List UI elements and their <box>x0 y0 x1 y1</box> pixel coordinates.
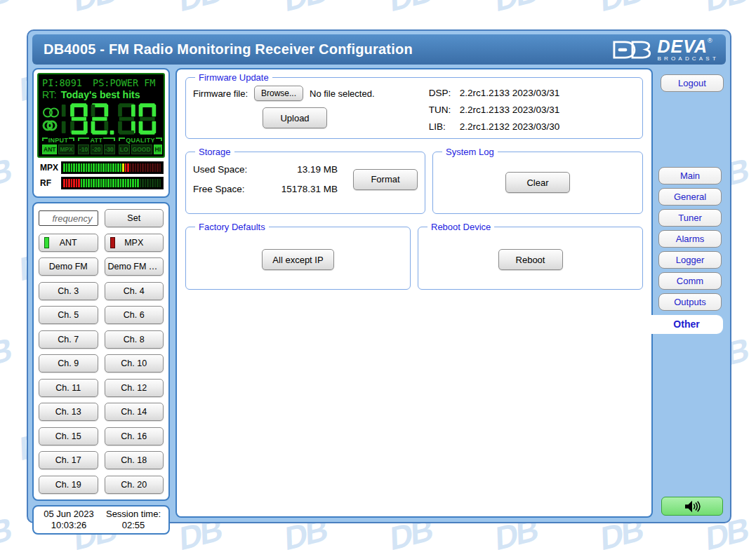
meter-bar <box>83 179 85 187</box>
preset-button-11[interactable]: Ch. 11 <box>39 379 98 397</box>
meter-bar <box>147 163 149 172</box>
lcd-group-bracket: ATT <box>78 138 115 143</box>
preset-button-9[interactable]: Ch. 9 <box>39 354 98 373</box>
browse-button[interactable]: Browse... <box>254 86 303 101</box>
device-datetime: 05 Jun 2023 10:03:26 <box>37 509 101 532</box>
deva-watermark-glyph: DB <box>284 0 327 20</box>
meter-bar <box>100 179 102 187</box>
tab-tuner[interactable]: Tuner <box>658 209 722 227</box>
meter-bar-strip <box>61 161 164 174</box>
preset-button-14[interactable]: Ch. 14 <box>105 403 164 421</box>
preset-button-2[interactable]: Demo FM M... <box>105 257 164 276</box>
meter-bar <box>152 179 154 187</box>
firmware-version-row: LIB:2.2rc1.2132 2023/03/30 <box>429 121 635 132</box>
meter-bar <box>135 163 137 172</box>
firmware-upload-area: Firmware file: Browse... No file selecte… <box>193 86 425 132</box>
preset-button-6[interactable]: Ch. 6 <box>105 306 164 324</box>
frequency-input[interactable] <box>39 210 98 226</box>
meter-bar <box>132 163 134 172</box>
reboot-button[interactable]: Reboot <box>498 249 563 270</box>
meter-bar <box>137 179 139 187</box>
preset-button-17[interactable]: Ch. 17 <box>39 451 98 469</box>
preset-button-15[interactable]: Ch. 15 <box>39 427 98 445</box>
session-time: Session time: 02:55 <box>101 509 166 532</box>
session-panel: 05 Jun 2023 10:03:26 Session time: 02:55 <box>32 505 170 535</box>
tab-main[interactable]: Main <box>658 167 722 185</box>
rt-value: Today's best hits <box>61 89 140 100</box>
lcd-group-label: QUALITY <box>125 138 156 143</box>
lcd-indicator-20: -20 <box>91 145 102 154</box>
window-content: PI:8091 PS:POWER FM RT:Today's best hits <box>32 68 726 518</box>
meter-bar <box>150 163 152 172</box>
firmware-version-row: DSP:2.2rc1.2133 2023/03/31 <box>429 88 635 98</box>
preset-button-10[interactable]: Ch. 10 <box>105 354 164 373</box>
preset-button-5[interactable]: Ch. 5 <box>39 306 98 324</box>
firmware-version-name: DSP: <box>429 88 460 98</box>
meter-bar <box>66 163 68 172</box>
meter-bar <box>115 163 117 172</box>
deva-watermark-glyph: DB <box>0 150 11 199</box>
firmware-version-name: LIB: <box>429 121 460 132</box>
lcd-indicator-ant: ANT <box>42 145 57 154</box>
meter-bar <box>81 179 83 187</box>
tab-other-active[interactable]: Other <box>650 315 723 334</box>
preset-button-7[interactable]: Ch. 7 <box>39 330 98 349</box>
meter-bar <box>71 163 73 172</box>
meter-bar <box>157 163 159 172</box>
tab-outputs[interactable]: Outputs <box>658 293 722 311</box>
preset-button-18[interactable]: Ch. 18 <box>105 451 164 469</box>
deva-wordmark: DEVA <box>657 36 708 56</box>
meter-bar <box>63 163 65 172</box>
lcd-rds-line: PI:8091 PS:POWER FM <box>42 77 160 88</box>
lcd-group-label: ATT <box>89 138 103 143</box>
lcd-indicator-mpx: MPX <box>58 145 74 154</box>
preset-button-3[interactable]: Ch. 3 <box>39 282 98 300</box>
upload-button[interactable]: Upload <box>263 107 327 128</box>
meter-bar <box>110 179 112 187</box>
tab-logger[interactable]: Logger <box>658 251 722 269</box>
lcd-group-bracket: INPUT <box>42 138 74 143</box>
preset-button-12[interactable]: Ch. 12 <box>105 379 164 397</box>
format-button[interactable]: Format <box>353 169 418 190</box>
meter-bar <box>125 163 127 172</box>
meter-bar <box>127 163 129 172</box>
antenna-input-button[interactable]: ANT <box>39 234 98 252</box>
storage-legend: Storage <box>195 147 234 157</box>
deva-watermark-glyph: DB <box>600 0 643 20</box>
set-frequency-button[interactable]: Set <box>105 209 164 227</box>
registered-mark: ® <box>708 37 712 44</box>
logout-button[interactable]: Logout <box>661 74 724 92</box>
clear-log-button[interactable]: Clear <box>505 172 570 193</box>
preset-button-19[interactable]: Ch. 19 <box>39 476 98 494</box>
tab-general[interactable]: General <box>658 188 722 206</box>
audio-listen-button[interactable] <box>661 497 723 516</box>
firmware-update-legend: Firmware Update <box>195 72 272 83</box>
deva-watermark-glyph: DB <box>0 0 11 20</box>
tab-comm[interactable]: Comm <box>658 272 722 290</box>
meter-bar <box>122 163 124 172</box>
meter-bar <box>117 179 119 187</box>
deva-watermark-glyph: DB <box>705 0 748 20</box>
mpx-input-button[interactable]: MPX <box>105 234 164 252</box>
preset-button-8[interactable]: Ch. 8 <box>105 330 164 349</box>
preset-button-20[interactable]: Ch. 20 <box>105 476 164 494</box>
meter-row-mpx: MPX <box>40 161 164 174</box>
lcd-indicator-hi: HI <box>154 145 163 154</box>
preset-button-16[interactable]: Ch. 16 <box>105 427 164 445</box>
preset-button-1[interactable]: Demo FM <box>39 257 98 276</box>
meter-bar <box>112 179 114 187</box>
meter-bar <box>142 163 144 172</box>
titlebar: DB4005 - FM Radio Monitoring Receiver Co… <box>32 34 726 65</box>
preset-button-4[interactable]: Ch. 4 <box>105 282 164 300</box>
frequency-seven-segment-display <box>61 102 160 135</box>
rt-label: RT: <box>42 89 57 100</box>
preset-button-13[interactable]: Ch. 13 <box>39 403 98 421</box>
meter-bar <box>135 179 137 187</box>
meter-label: MPX <box>40 163 61 173</box>
tab-alarms[interactable]: Alarms <box>658 230 722 248</box>
factory-defaults-button[interactable]: All except IP <box>262 249 333 270</box>
meter-bar <box>122 179 124 187</box>
meter-bar <box>78 163 80 172</box>
free-space-value: 15178.31 MB <box>255 184 338 194</box>
meter-label: RF <box>40 178 61 188</box>
